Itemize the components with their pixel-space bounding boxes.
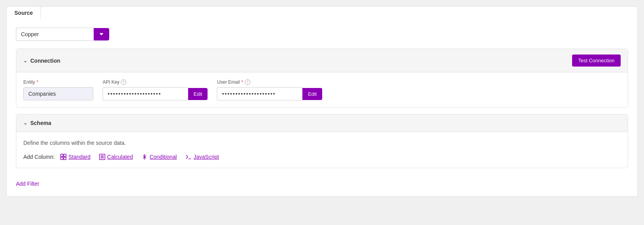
source-input[interactable] [16,28,94,41]
add-column-label: Add Column: [23,154,55,160]
user-email-input[interactable] [217,87,302,100]
calculated-icon [99,154,105,160]
source-dropdown-button[interactable] [94,28,109,40]
schema-description: Define the columns within the source dat… [23,140,621,146]
api-key-field-group: Edit [103,87,208,100]
connection-section-header: ⌄ Connection Test Connection [16,49,628,72]
add-conditional-column-link[interactable]: Conditional [141,154,177,160]
javascript-label: JavaScript [194,154,219,160]
user-email-label: User Email * ? [217,79,322,85]
schema-header-left: ⌄ Schema [23,120,51,126]
add-column-row: Add Column: Standard [23,154,621,160]
content-area: ⌄ Connection Test Connection Entity * [16,28,628,187]
source-tab-label: Source [14,10,33,16]
standard-icon [60,154,66,160]
entity-label: Entity * [23,79,93,85]
entity-select[interactable]: Companies [23,87,93,100]
main-container: Source ⌄ Connection Test Connection [6,6,638,197]
add-filter-link[interactable]: Add Filter [16,181,39,187]
user-email-required-star: * [241,79,243,85]
api-key-help-icon[interactable]: ? [121,79,126,85]
user-email-form-group: User Email * ? Edit [217,79,322,100]
connection-section-body: Entity * Companies API Key ? [16,72,628,107]
standard-label: Standard [68,154,91,160]
connection-form-row: Entity * Companies API Key ? [23,79,621,100]
api-key-edit-button[interactable]: Edit [188,88,208,100]
source-selector [16,28,628,41]
conditional-icon [141,154,148,160]
add-standard-column-link[interactable]: Standard [60,154,91,160]
schema-section: ⌄ Schema Define the columns within the s… [16,114,628,168]
user-email-edit-button[interactable]: Edit [302,88,322,100]
svg-rect-2 [61,157,63,160]
entity-form-group: Entity * Companies [23,79,93,100]
test-connection-button[interactable]: Test Connection [572,54,621,67]
connection-header-left: ⌄ Connection [23,58,60,64]
api-key-input[interactable] [103,87,188,100]
connection-section: ⌄ Connection Test Connection Entity * [16,49,628,108]
svg-rect-3 [64,157,66,160]
schema-chevron-icon: ⌄ [23,120,27,126]
connection-title: Connection [30,58,60,64]
user-email-help-icon[interactable]: ? [245,79,250,85]
user-email-field-group: Edit [217,87,322,100]
svg-rect-1 [64,154,66,156]
api-key-label: API Key ? [103,79,208,85]
api-key-form-group: API Key ? Edit [103,79,208,100]
add-calculated-column-link[interactable]: Calculated [99,154,133,160]
schema-section-header: ⌄ Schema [16,114,628,132]
connection-chevron-icon: ⌄ [23,58,27,63]
source-tab[interactable]: Source [6,6,41,19]
schema-title: Schema [30,120,51,126]
javascript-icon [185,154,192,160]
add-javascript-column-link[interactable]: JavaScript [185,154,219,160]
conditional-label: Conditional [150,154,177,160]
chevron-down-icon [99,32,104,37]
entity-required-star: * [37,79,38,85]
calculated-label: Calculated [107,154,133,160]
svg-rect-0 [61,154,63,156]
schema-section-body: Define the columns within the source dat… [16,132,628,168]
